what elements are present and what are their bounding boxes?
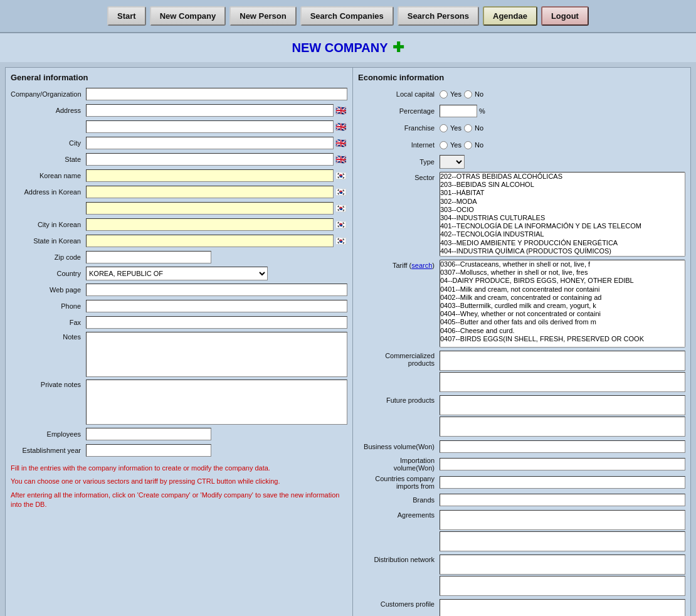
- customers-row: Customers profile: [358, 599, 685, 616]
- distribution-textarea2[interactable]: [440, 576, 685, 596]
- internet-no-radio[interactable]: [464, 141, 472, 149]
- establishment-input[interactable]: [86, 444, 211, 457]
- commercialized-row: Commercialized products: [358, 351, 685, 392]
- address-korean-input1[interactable]: [86, 186, 334, 198]
- phone-input[interactable]: [86, 300, 347, 312]
- importation-volume-input[interactable]: [440, 458, 685, 470]
- city-input[interactable]: [86, 137, 334, 149]
- distribution-textarea1[interactable]: [440, 555, 685, 575]
- sector-select[interactable]: 202--OTRAS BEBIDAS ALCOHÓLICAS 203--BEBI…: [440, 172, 685, 257]
- city-korean-row: City in Korean 🇰🇷: [11, 218, 347, 231]
- brands-input[interactable]: [440, 494, 685, 506]
- address-input2[interactable]: [86, 120, 334, 133]
- fax-input[interactable]: [86, 316, 347, 329]
- zip-input[interactable]: [86, 251, 211, 263]
- business-volume-input[interactable]: [440, 440, 685, 453]
- new-person-button[interactable]: New Person: [229, 6, 296, 26]
- navbar: Start New Company New Person Search Comp…: [0, 0, 696, 33]
- info-message1: Fill in the entries with the company inf…: [11, 464, 347, 473]
- webpage-input[interactable]: [86, 284, 347, 296]
- countries-imports-row: Countries company imports from: [358, 475, 685, 490]
- percentage-row: Percentage %: [358, 104, 685, 118]
- logout-button[interactable]: Logout: [541, 6, 589, 26]
- internet-yes-radio[interactable]: [440, 141, 448, 149]
- local-capital-label: Local capital: [358, 90, 440, 98]
- future-textarea2[interactable]: [440, 417, 685, 437]
- korean-name-row: Korean name 🇰🇷: [11, 169, 347, 183]
- agreements-row: Agreements: [358, 510, 685, 551]
- start-button[interactable]: Start: [107, 6, 146, 26]
- employees-input[interactable]: [86, 428, 211, 440]
- employees-row: Employees: [11, 427, 347, 441]
- state-input[interactable]: [86, 153, 334, 166]
- franchise-no-radio[interactable]: [464, 124, 472, 132]
- importation-volume-row: Importation volume(Won): [358, 457, 685, 472]
- city-korean-input[interactable]: [86, 218, 334, 231]
- kr-flag-korean-name[interactable]: 🇰🇷: [334, 171, 347, 181]
- commercialized-textarea1[interactable]: [440, 351, 685, 371]
- address-korean-input2[interactable]: [86, 202, 334, 215]
- type-select[interactable]: [440, 155, 465, 169]
- local-capital-yes-radio[interactable]: [440, 90, 448, 98]
- sector-row: Sector 202--OTRAS BEBIDAS ALCOHÓLICAS 20…: [358, 172, 685, 257]
- kr-flag-address-korean1[interactable]: 🇰🇷: [334, 187, 347, 197]
- future-textarea1[interactable]: [440, 395, 685, 415]
- phone-label: Phone: [11, 302, 86, 310]
- search-companies-button[interactable]: Search Companies: [300, 6, 394, 26]
- address-input1[interactable]: [86, 104, 334, 117]
- distribution-row: Distribution network: [358, 555, 685, 596]
- franchise-radios: Yes No: [440, 124, 483, 132]
- internet-yes-label: Yes: [450, 141, 461, 149]
- notes-textarea[interactable]: [86, 332, 347, 377]
- private-notes-textarea[interactable]: [86, 380, 347, 425]
- left-panel: General information Company/Organization…: [5, 67, 353, 616]
- establishment-label: Establishment year: [11, 447, 86, 454]
- establishment-row: Establishment year: [11, 443, 347, 457]
- countries-imports-label: Countries company imports from: [358, 475, 440, 490]
- uk-flag-address1[interactable]: 🇬🇧: [334, 105, 347, 115]
- tariff-search-link[interactable]: search: [411, 262, 432, 269]
- kr-flag-address-korean2[interactable]: 🇰🇷: [334, 203, 347, 213]
- country-select[interactable]: KOREA, REPUBLIC OF UNITED STATES SPAIN J…: [86, 267, 268, 280]
- address-row2: 🇬🇧: [11, 120, 347, 134]
- country-label: Country: [11, 270, 86, 277]
- uk-flag-state[interactable]: 🇬🇧: [334, 154, 347, 164]
- customers-textarea1[interactable]: [440, 599, 685, 616]
- city-row: City 🇬🇧: [11, 136, 347, 150]
- page-title-bar: NEW COMPANY ✚: [0, 33, 696, 62]
- right-panel: Economic information Local capital Yes N…: [353, 67, 691, 616]
- commercialized-textarea2[interactable]: [440, 372, 685, 392]
- uk-flag-city[interactable]: 🇬🇧: [334, 138, 347, 148]
- webpage-row: Web page: [11, 283, 347, 297]
- agreements-textarea2[interactable]: [440, 531, 685, 551]
- company-row: Company/Organization: [11, 87, 347, 101]
- korean-name-input[interactable]: [86, 169, 334, 182]
- state-row: State 🇬🇧: [11, 152, 347, 166]
- sector-label: Sector: [358, 172, 440, 181]
- webpage-label: Web page: [11, 286, 86, 294]
- search-persons-button[interactable]: Search Persons: [398, 6, 479, 26]
- city-label: City: [11, 139, 86, 147]
- state-korean-input[interactable]: [86, 235, 334, 247]
- local-capital-radios: Yes No: [440, 90, 483, 98]
- local-capital-yes-label: Yes: [450, 90, 461, 98]
- percentage-input[interactable]: [440, 105, 477, 117]
- countries-imports-input[interactable]: [440, 476, 685, 489]
- franchise-yes-radio[interactable]: [440, 124, 448, 132]
- kr-flag-state-korean[interactable]: 🇰🇷: [334, 236, 347, 246]
- uk-flag-address2[interactable]: 🇬🇧: [334, 122, 347, 132]
- brands-label: Brands: [358, 496, 440, 504]
- employees-label: Employees: [11, 430, 86, 438]
- internet-row: Internet Yes No: [358, 138, 685, 152]
- internet-label: Internet: [358, 141, 440, 149]
- tariff-label: Tariff (search): [358, 260, 440, 269]
- tariff-select[interactable]: 0306--Crustaceans, whether in shell or n…: [440, 260, 685, 348]
- agendae-button[interactable]: Agendae: [483, 6, 537, 26]
- agreements-textarea1[interactable]: [440, 510, 685, 530]
- kr-flag-city-korean[interactable]: 🇰🇷: [334, 220, 347, 230]
- address-label: Address: [11, 107, 86, 114]
- new-company-button[interactable]: New Company: [150, 6, 226, 26]
- local-capital-no-radio[interactable]: [464, 90, 472, 98]
- future-products-label: Future products: [358, 395, 440, 404]
- company-input[interactable]: [86, 88, 347, 100]
